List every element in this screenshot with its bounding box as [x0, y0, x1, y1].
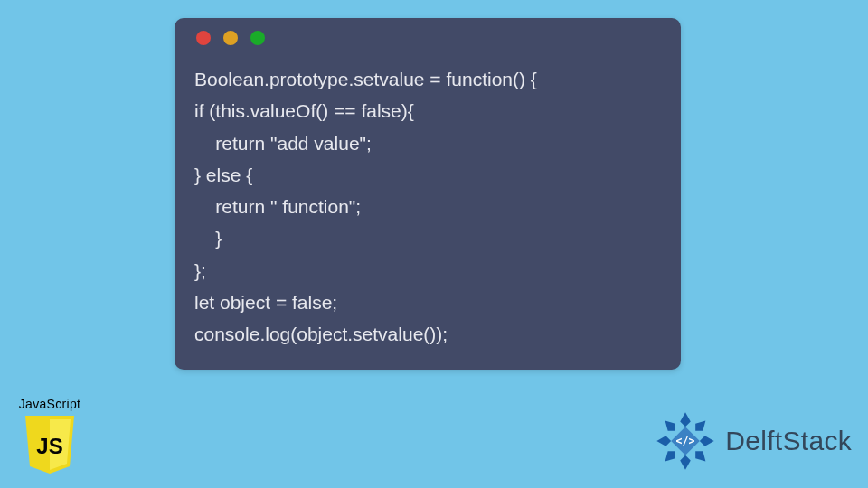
- code-block: Boolean.prototype.setvalue = function() …: [194, 63, 661, 350]
- javascript-shield-icon: JS: [22, 414, 78, 475]
- javascript-shield-text: JS: [36, 434, 62, 458]
- close-icon: [196, 31, 211, 45]
- svg-marker-9: [662, 418, 679, 435]
- svg-marker-5: [692, 447, 709, 465]
- javascript-label: JavaScript: [9, 397, 90, 411]
- svg-marker-8: [657, 436, 672, 446]
- svg-marker-7: [662, 447, 679, 465]
- svg-marker-3: [692, 418, 709, 435]
- svg-text:</>: </>: [676, 435, 695, 447]
- svg-marker-6: [681, 455, 692, 470]
- brand-block: </> DelftStack: [653, 408, 852, 474]
- svg-marker-2: [681, 412, 692, 427]
- javascript-badge: JavaScript JS: [9, 397, 90, 479]
- zoom-icon: [250, 31, 265, 45]
- brand-logo-icon: </>: [653, 408, 718, 474]
- window-traffic-lights: [196, 31, 661, 45]
- brand-name: DelftStack: [725, 426, 852, 456]
- code-window: Boolean.prototype.setvalue = function() …: [175, 18, 681, 370]
- svg-marker-4: [700, 436, 714, 446]
- minimize-icon: [223, 31, 238, 45]
